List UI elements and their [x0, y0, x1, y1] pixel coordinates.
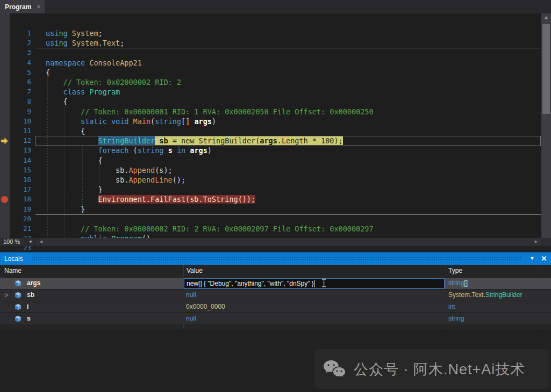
- code-line[interactable]: foreach (string s in args): [46, 146, 212, 156]
- code-line[interactable]: sb.AppendLine();: [46, 175, 185, 185]
- zoom-level-control[interactable]: 100 %: [0, 238, 25, 246]
- code-token: []: [464, 279, 468, 287]
- scroll-right-icon[interactable]: ►: [532, 238, 540, 246]
- code-token: sb: [159, 136, 168, 145]
- code-token: {: [46, 68, 50, 77]
- code-token: = new StringBuilder(: [168, 136, 260, 145]
- code-editor[interactable]: 1234567891011121314151617181920212223 us…: [0, 13, 551, 238]
- text-caret: [314, 280, 315, 287]
- code-line[interactable]: static void Main(string[] args): [46, 117, 216, 127]
- code-token: (: [151, 117, 155, 126]
- window-position-dropdown-icon[interactable]: ▼: [526, 252, 538, 265]
- code-line[interactable]: {: [46, 68, 50, 78]
- tab-close-icon[interactable]: ×: [37, 3, 40, 11]
- column-header-value[interactable]: Value: [187, 267, 203, 274]
- locals-grid[interactable]: Name Value Type argsnew[] { "Debug", "an…: [0, 265, 551, 329]
- code-token: args: [194, 117, 212, 126]
- code-token: null: [186, 291, 196, 299]
- locals-titlebar[interactable]: Locals ▼ ✕: [0, 252, 551, 265]
- member-separator-line: [35, 214, 541, 215]
- code-token: ;: [98, 29, 103, 38]
- variable-name[interactable]: sb: [27, 291, 34, 299]
- locals-header-row[interactable]: Name Value Type: [0, 265, 551, 277]
- watermark-text: 公众号 · 阿木.Net+Ai技术: [354, 360, 525, 379]
- variable-type: string: [448, 315, 464, 322]
- code-token: 0x0000_0000: [186, 303, 225, 310]
- code-token: ConsoleApp21: [89, 59, 142, 67]
- code-line[interactable]: {: [46, 126, 85, 136]
- code-token: (: [133, 146, 138, 155]
- zoom-dropdown-button[interactable]: ▼: [26, 238, 35, 246]
- zoom-level-value: 100 %: [3, 238, 20, 245]
- value-edit-field[interactable]: new[] { "Debug", "anything", "with", "dn…: [184, 278, 445, 289]
- watermark: 公众号 · 阿木.Net+Ai技术: [323, 354, 548, 384]
- code-token: args: [260, 136, 277, 145]
- code-token: public: [81, 234, 111, 238]
- code-token: ): [207, 146, 212, 155]
- code-line[interactable]: class Program: [46, 87, 120, 97]
- variable-value[interactable]: null: [186, 291, 196, 299]
- variable-name[interactable]: i: [27, 303, 28, 310]
- table-row[interactable]: ▷sbnullSystem.Text.StringBuilder: [0, 289, 551, 301]
- code-token: [173, 146, 177, 155]
- code-token: [46, 224, 81, 233]
- code-token: AppendLine: [128, 176, 172, 184]
- code-token: // Token: 0x06000002 RID: 2 RVA: 0x00002…: [81, 224, 374, 233]
- code-area[interactable]: using System;using System.Text;namespace…: [0, 13, 541, 238]
- horizontal-scrollbar[interactable]: ◄ ►: [36, 238, 541, 246]
- code-line[interactable]: StringBuilder sb = new StringBuilder(arg…: [46, 136, 343, 146]
- table-row[interactable]: snullstring: [0, 313, 551, 324]
- scroll-up-icon[interactable]: ▲: [541, 13, 551, 21]
- variable-value[interactable]: null: [186, 315, 196, 322]
- code-token: StringBuilder: [485, 291, 523, 299]
- variable-name[interactable]: args: [27, 279, 40, 287]
- code-token: using: [46, 29, 72, 38]
- code-token: int: [448, 303, 455, 310]
- code-line[interactable]: }: [46, 185, 103, 195]
- code-token: Append: [128, 166, 155, 175]
- code-token: foreach: [98, 146, 133, 155]
- code-line[interactable]: Environment.FailFast(sb.ToString());: [46, 194, 255, 205]
- table-row[interactable]: i0x0000_0000int: [0, 301, 551, 313]
- dnspy-window: Program × 123456789101112131415161718192…: [0, 0, 551, 392]
- code-line[interactable]: using System;: [46, 28, 103, 39]
- code-line[interactable]: using System.Text;: [46, 38, 124, 48]
- code-line[interactable]: namespace ConsoleApp21: [46, 58, 142, 68]
- code-line[interactable]: sb.Append(s);: [46, 165, 173, 176]
- code-token: sb.: [46, 166, 128, 175]
- table-row[interactable]: argsnew[] { "Debug", "anything", "with",…: [0, 277, 551, 289]
- code-token: in: [177, 146, 185, 155]
- code-line[interactable]: // Token: 0x02000002 RID: 2: [46, 77, 181, 88]
- code-token: static void: [81, 117, 133, 126]
- code-token: [164, 146, 168, 155]
- close-icon[interactable]: ✕: [538, 252, 550, 265]
- code-line[interactable]: // Token: 0x06000001 RID: 1 RVA: 0x00002…: [46, 107, 374, 117]
- code-line[interactable]: // Token: 0x06000002 RID: 2 RVA: 0x00002…: [46, 224, 374, 234]
- column-header-name[interactable]: Name: [4, 267, 22, 274]
- code-line[interactable]: public Program(): [46, 234, 151, 238]
- scroll-left-icon[interactable]: ◄: [37, 238, 45, 246]
- code-token: Program: [89, 88, 120, 96]
- locals-title: Locals: [0, 255, 23, 263]
- variable-value[interactable]: 0x0000_0000: [186, 303, 225, 310]
- code-token: (): [142, 234, 151, 238]
- code-token: using: [46, 39, 72, 47]
- local-variable-icon: [14, 303, 22, 312]
- local-variable-icon: [14, 315, 22, 324]
- code-line[interactable]: {: [46, 97, 68, 107]
- code-token: [46, 136, 98, 145]
- code-token: Program: [111, 234, 142, 238]
- code-token: [46, 78, 63, 86]
- scrollbar-corner: [541, 238, 551, 246]
- scrollbar-thumb[interactable]: [542, 24, 550, 114]
- code-line[interactable]: }: [46, 205, 85, 215]
- code-line[interactable]: {: [46, 156, 103, 166]
- column-header-type[interactable]: Type: [448, 267, 462, 274]
- vertical-scrollbar[interactable]: ▲ ▼: [541, 13, 551, 246]
- variable-name[interactable]: s: [27, 315, 31, 322]
- expand-icon[interactable]: ▷: [5, 292, 9, 297]
- code-token: [46, 107, 81, 116]
- code-token: null: [186, 315, 196, 322]
- tab-program[interactable]: Program ×: [0, 0, 45, 13]
- ibeam-cursor-icon: [321, 279, 326, 289]
